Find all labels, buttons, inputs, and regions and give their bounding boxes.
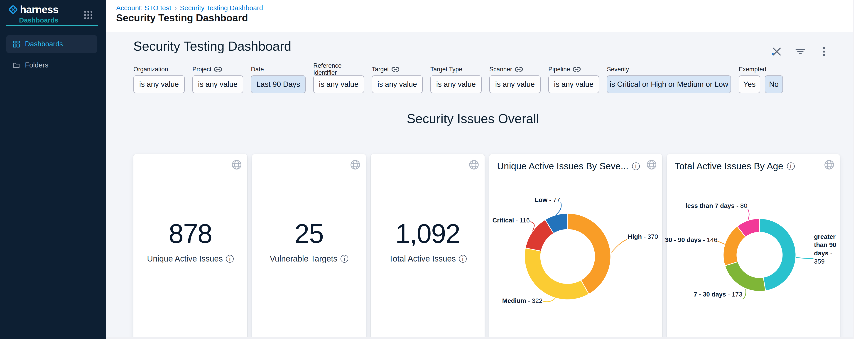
filter-label: Exempted xyxy=(739,66,766,73)
card-issues-by-age: Total Active Issues By Age less than 7 d… xyxy=(667,154,840,339)
card-unique-active-issues: 878 Unique Active Issues xyxy=(133,154,247,339)
top-header: Account: STO test › Security Testing Das… xyxy=(106,0,868,32)
link-icon xyxy=(392,67,399,72)
filter-label: Reference Identifier xyxy=(313,62,364,76)
brand-logo[interactable]: harness xyxy=(8,4,58,15)
donut-label-7-30-days: 7 - 30 days - 173 xyxy=(693,291,742,298)
donut-slice-greater-than-90-days[interactable] xyxy=(760,219,796,291)
horizontal-scrollbar[interactable] xyxy=(106,337,853,339)
sidebar-item-label: Folders xyxy=(25,61,48,69)
exempted-yes-button[interactable]: Yes xyxy=(739,76,760,93)
stat-value: 878 xyxy=(133,218,247,249)
sidebar: harness Dashboards Dashboards Folders xyxy=(0,0,106,339)
filter-target-value[interactable]: is any value xyxy=(372,76,423,93)
donut-label-low: Low - 77 xyxy=(535,196,560,204)
link-icon xyxy=(515,67,523,72)
sidebar-item-dashboards[interactable]: Dashboards xyxy=(6,35,97,53)
stat-label-text: Total Active Issues xyxy=(389,254,456,263)
info-icon[interactable] xyxy=(459,255,467,263)
exempted-no-button[interactable]: No xyxy=(765,76,783,93)
filter-organization: Organization is any value xyxy=(133,65,185,93)
donut-label-critical: Critical - 116 xyxy=(493,217,530,224)
sidebar-item-folders[interactable]: Folders xyxy=(6,56,97,74)
donut-label-high: High - 370 xyxy=(628,233,658,241)
app-grid-icon[interactable] xyxy=(84,11,92,19)
breadcrumb-account-link[interactable]: Account: STO test xyxy=(116,4,171,12)
severity-donut-chart[interactable] xyxy=(489,154,662,339)
filter-label: Organization xyxy=(133,66,168,73)
filter-label: Severity xyxy=(607,66,629,73)
leader-line-7-30-days xyxy=(743,289,746,299)
filter-scanner: Scanner is any value xyxy=(489,65,540,93)
breadcrumb-page-link[interactable]: Security Testing Dashboard xyxy=(180,4,263,12)
notification-dot xyxy=(772,53,774,55)
filter-label: Project xyxy=(192,66,212,73)
filter-label: Scanner xyxy=(489,66,512,73)
stat-label: Unique Active Issues xyxy=(133,254,247,263)
breadcrumb: Account: STO test › Security Testing Das… xyxy=(116,4,263,12)
donut-slice-medium[interactable] xyxy=(525,248,589,300)
filter-exempted: Exempted Yes No xyxy=(739,65,783,93)
stat-label: Total Active Issues xyxy=(371,254,485,263)
filter-label: Target xyxy=(372,66,389,73)
filter-bar: Organization is any value Project is any… xyxy=(133,65,783,93)
dashboard-content: Security Testing Dashboard Organization … xyxy=(106,32,868,339)
sidebar-item-label: Dashboards xyxy=(25,40,63,48)
stat-label-text: Vulnerable Targets xyxy=(270,254,337,263)
filter-date: Date Last 90 Days xyxy=(251,65,306,93)
filter-icon[interactable] xyxy=(795,46,806,57)
donut-slice-high[interactable] xyxy=(568,214,611,294)
breadcrumb-separator-icon: › xyxy=(175,4,177,12)
card-total-active-issues: 1,092 Total Active Issues xyxy=(371,154,485,339)
leader-line-high xyxy=(612,239,627,252)
filter-severity-value[interactable]: is Critical or High or Medium or Low xyxy=(607,76,731,93)
filter-date-value[interactable]: Last 90 Days xyxy=(251,76,306,93)
leader-line-greater-than-90-days xyxy=(796,257,813,259)
brand-wordmark: harness xyxy=(20,4,58,15)
info-icon[interactable] xyxy=(341,255,348,263)
filter-project: Project is any value xyxy=(192,65,243,93)
filter-label: Target Type xyxy=(430,66,462,73)
filter-scanner-value[interactable]: is any value xyxy=(489,76,540,93)
filter-target-type-value[interactable]: is any value xyxy=(430,76,482,93)
link-icon xyxy=(214,67,222,72)
filter-project-value[interactable]: is any value xyxy=(192,76,243,93)
link-icon xyxy=(573,67,581,72)
module-divider xyxy=(6,25,98,26)
filter-target: Target is any value xyxy=(372,65,423,93)
filter-pipeline: Pipeline is any value xyxy=(548,65,599,93)
kebab-menu-icon[interactable] xyxy=(818,46,830,57)
filter-reference-identifier: Reference Identifier is any value xyxy=(313,65,364,93)
vertical-scrollbar[interactable] xyxy=(853,0,868,339)
close-icon[interactable] xyxy=(771,46,782,57)
donut-slice-7-30-days[interactable] xyxy=(725,262,766,291)
stat-value: 25 xyxy=(252,218,366,249)
page-title: Security Testing Dashboard xyxy=(116,12,248,24)
dashboard-title: Security Testing Dashboard xyxy=(133,39,291,54)
globe-icon[interactable] xyxy=(231,160,242,170)
globe-icon[interactable] xyxy=(350,160,361,170)
leader-line-30-90-days xyxy=(718,241,725,244)
filter-severity: Severity is Critical or High or Medium o… xyxy=(607,65,731,93)
leader-line-less-than-7-days xyxy=(748,209,749,220)
info-icon[interactable] xyxy=(226,255,234,263)
filter-label: Date xyxy=(251,66,264,73)
card-issues-by-severity: Unique Active Issues By Seve... Low - 77… xyxy=(489,154,662,339)
card-vulnerable-targets: 25 Vulnerable Targets xyxy=(252,154,366,339)
leader-line-low xyxy=(556,202,561,215)
leader-line-medium xyxy=(544,298,555,302)
donut-label-30-90-days: 30 - 90 days - 146 xyxy=(665,236,717,244)
folder-icon xyxy=(13,62,20,69)
filter-pipeline-value[interactable]: is any value xyxy=(548,76,599,93)
stat-label: Vulnerable Targets xyxy=(252,254,366,263)
globe-icon[interactable] xyxy=(469,160,479,170)
donut-label-greater-than-90-days: greater than 90 days - 359 xyxy=(814,233,839,266)
filter-reference-identifier-value[interactable]: is any value xyxy=(313,76,364,93)
filter-organization-value[interactable]: is any value xyxy=(133,76,185,93)
filter-label: Pipeline xyxy=(548,66,570,73)
donut-label-less-than-7-days: less than 7 days - 80 xyxy=(686,202,747,209)
dashboards-icon xyxy=(13,40,20,48)
stat-label-text: Unique Active Issues xyxy=(147,254,223,263)
stat-value: 1,092 xyxy=(371,218,485,249)
harness-logo-icon xyxy=(8,4,18,15)
